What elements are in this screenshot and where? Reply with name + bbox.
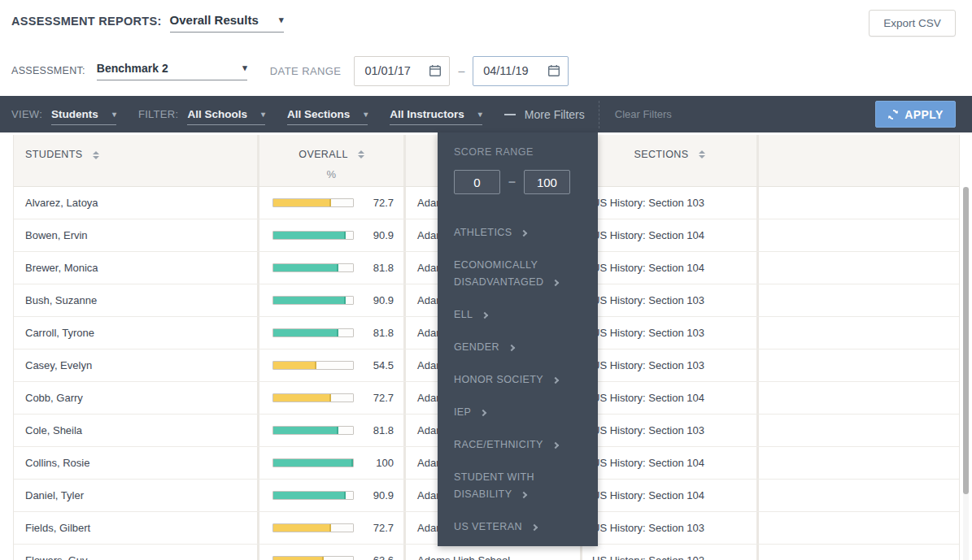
- chevron-down-icon: ▾: [279, 15, 284, 25]
- instructors-filter-value: All Instructors: [390, 108, 464, 120]
- score-bar: [272, 556, 354, 560]
- report-type-value: Overall Results: [170, 13, 259, 27]
- sections-column-header[interactable]: SECTIONS: [582, 135, 759, 186]
- filter-item-label: RACE/ETHNICITY: [454, 439, 543, 450]
- section-cell: US History: Section 103: [582, 317, 759, 349]
- filter-label: FILTER:: [138, 108, 179, 120]
- view-filter-toolbar: VIEW: Students ▾ FILTER: All Schools ▾ A…: [0, 96, 972, 132]
- overall-score-cell: 90.9: [259, 480, 406, 511]
- overall-score-cell: 72.7: [259, 382, 406, 414]
- vertical-scrollbar-thumb[interactable]: [963, 187, 969, 494]
- date-to-input[interactable]: [483, 64, 542, 77]
- students-column-header[interactable]: STUDENTS: [14, 135, 259, 186]
- score-max-input[interactable]: [524, 170, 570, 194]
- overall-score-cell: 72.7: [259, 187, 406, 219]
- overall-score-value: 72.7: [354, 522, 394, 534]
- sort-icon: [358, 150, 364, 158]
- view-value: Students: [51, 108, 98, 120]
- calendar-icon[interactable]: [547, 64, 560, 77]
- sections-filter-value: All Sections: [287, 108, 350, 120]
- score-bar-fill: [273, 557, 324, 560]
- filter-item-label: HONOR SOCIETY: [454, 374, 543, 385]
- sort-icon: [93, 151, 99, 159]
- overall-score-cell: 81.8: [259, 252, 406, 284]
- filter-item-ell[interactable]: ELL: [454, 306, 584, 323]
- filter-item-label: ELL: [454, 309, 473, 320]
- score-bar-fill: [273, 264, 338, 271]
- overall-score-value: 81.8: [354, 327, 394, 339]
- score-bar: [272, 426, 354, 435]
- filter-item-economically-disadvantaged[interactable]: ECONOMICALLY DISADVANTAGED: [454, 257, 584, 291]
- filter-category-list: ATHLETICSECONOMICALLY DISADVANTAGEDELLGE…: [454, 224, 585, 536]
- more-filters-label: More Filters: [525, 108, 585, 121]
- filter-item-honor-society[interactable]: HONOR SOCIETY: [454, 371, 584, 389]
- filter-item-student-with-disability[interactable]: STUDENT WITH DISABILITY: [454, 469, 584, 503]
- score-bar-fill: [273, 394, 331, 402]
- date-to-field: [473, 56, 569, 86]
- view-dropdown[interactable]: Students ▾: [51, 108, 116, 125]
- apply-button[interactable]: APPLY: [875, 101, 956, 128]
- score-range-separator: –: [508, 175, 516, 189]
- overall-header-label: OVERALL: [299, 149, 347, 160]
- chevron-down-icon: ▾: [261, 110, 265, 119]
- assessment-value: Benchmark 2: [97, 62, 168, 75]
- filter-item-us-veteran[interactable]: US VETERAN: [454, 519, 584, 536]
- filter-item-race-ethnicity[interactable]: RACE/ETHNICITY: [454, 436, 584, 454]
- score-bar: [272, 263, 354, 272]
- chevron-right-icon: [521, 491, 527, 497]
- table-row: Flowers, Guy63.6Adams High SchoolUS Hist…: [14, 545, 959, 560]
- student-name: Cole, Sheila: [14, 415, 259, 446]
- sections-filter-dropdown[interactable]: All Sections ▾: [287, 108, 368, 125]
- student-name: Bush, Suzanne: [14, 284, 259, 316]
- score-bar: [272, 361, 354, 370]
- date-from-input[interactable]: [364, 64, 423, 77]
- page-header: ASSESSMENT REPORTS: Overall Results ▾ Ex…: [0, 0, 972, 46]
- filter-item-gender[interactable]: GENDER: [454, 339, 584, 356]
- export-csv-button[interactable]: Export CSV: [869, 10, 956, 37]
- score-bar: [272, 296, 354, 305]
- overall-score-cell: 63.6: [259, 545, 406, 560]
- section-cell: US History: Section 104: [582, 252, 759, 284]
- more-filters-panel: SCORE RANGE – ATHLETICSECONOMICALLY DISA…: [438, 132, 598, 546]
- assessment-filter-row: ASSESSMENT: Benchmark 2 ▾ DATE RANGE –: [0, 46, 972, 96]
- empty-cell: [759, 447, 961, 479]
- filter-item-athletics[interactable]: ATHLETICS: [454, 224, 584, 241]
- chevron-down-icon: ▾: [112, 110, 116, 119]
- vertical-scrollbar-track[interactable]: [963, 187, 969, 560]
- score-range-label: SCORE RANGE: [454, 146, 585, 158]
- student-name: Flowers, Guy: [14, 545, 259, 560]
- filter-item-label: ECONOMICALLY DISADVANTAGED: [454, 259, 543, 288]
- chevron-right-icon: [508, 344, 515, 350]
- overall-column-header[interactable]: OVERALL %: [259, 135, 406, 186]
- score-min-input[interactable]: [454, 170, 500, 194]
- score-bar-fill: [273, 362, 316, 369]
- score-bar-fill: [273, 459, 353, 467]
- overall-score-cell: 100: [259, 447, 406, 479]
- page-title: ASSESSMENT REPORTS:: [11, 15, 162, 33]
- overall-score-value: 90.9: [354, 294, 394, 306]
- calendar-icon[interactable]: [429, 64, 442, 77]
- chevron-down-icon: ▾: [364, 110, 368, 119]
- student-name: Carroll, Tyrone: [14, 317, 259, 349]
- chevron-right-icon: [531, 523, 538, 530]
- clear-filters-button[interactable]: Clear Filters: [615, 108, 672, 120]
- overall-score-value: 81.8: [354, 424, 394, 436]
- chevron-down-icon: ▾: [242, 63, 247, 73]
- empty-cell: [759, 219, 961, 251]
- school-cell: Adams High School: [406, 545, 582, 560]
- chevron-right-icon: [482, 311, 488, 318]
- instructors-filter-dropdown[interactable]: All Instructors ▾: [390, 108, 482, 125]
- score-bar-fill: [273, 492, 346, 499]
- date-range-label: DATE RANGE: [270, 65, 342, 77]
- assessment-dropdown[interactable]: Benchmark 2 ▾: [97, 62, 247, 80]
- more-filters-toggle[interactable]: More Filters: [504, 108, 585, 121]
- section-cell: US History: Section 102: [582, 545, 759, 560]
- section-cell: US History: Section 104: [582, 480, 759, 511]
- schools-filter-dropdown[interactable]: All Schools ▾: [187, 108, 265, 125]
- overall-score-cell: 54.5: [259, 349, 406, 381]
- student-name: Daniel, Tyler: [14, 480, 259, 511]
- chevron-right-icon: [480, 409, 486, 415]
- report-type-dropdown[interactable]: Overall Results ▾: [170, 13, 284, 33]
- section-cell: US History: Section 103: [582, 284, 759, 316]
- filter-item-iep[interactable]: IEP: [454, 404, 584, 421]
